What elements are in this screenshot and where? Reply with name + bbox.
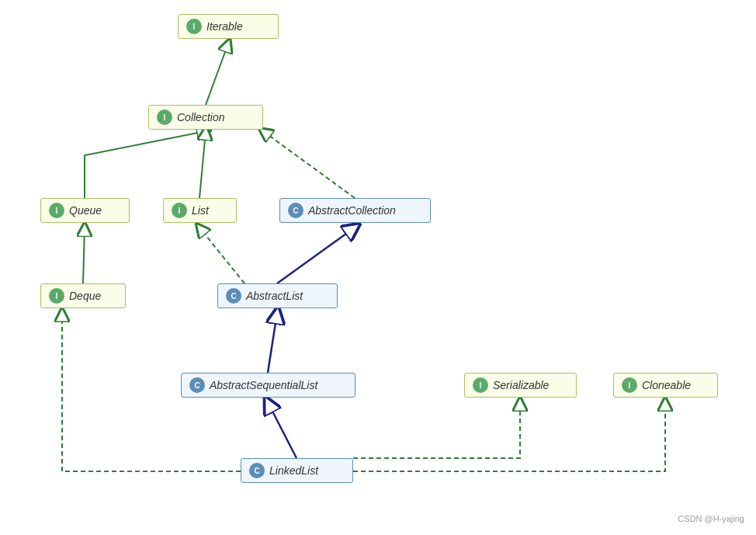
node-abstract-list: C AbstractList bbox=[217, 283, 338, 308]
badge-serializable: I bbox=[473, 377, 488, 393]
node-collection: I Collection bbox=[148, 105, 263, 130]
node-serializable: I Serializable bbox=[464, 373, 577, 398]
badge-queue: I bbox=[49, 203, 64, 218]
watermark: CSDN @H-yajing bbox=[678, 514, 744, 523]
badge-list: I bbox=[172, 203, 187, 218]
label-deque: Deque bbox=[69, 290, 101, 302]
label-list: List bbox=[192, 204, 209, 217]
svg-line-9 bbox=[268, 313, 277, 373]
node-iterable: I Iterable bbox=[178, 14, 279, 39]
node-abstract-sequential-list: C AbstractSequentialList bbox=[181, 373, 355, 398]
label-iterable: Iterable bbox=[206, 20, 243, 33]
badge-collection: I bbox=[157, 109, 172, 125]
node-queue: I Queue bbox=[40, 198, 130, 223]
badge-abstract-collection: C bbox=[288, 203, 303, 218]
label-serializable: Serializable bbox=[493, 379, 549, 391]
badge-deque: I bbox=[49, 288, 64, 304]
badge-iterable: I bbox=[186, 19, 202, 34]
label-cloneable: Cloneable bbox=[642, 379, 691, 391]
svg-line-8 bbox=[199, 228, 244, 283]
badge-cloneable: I bbox=[622, 377, 637, 393]
node-list: I List bbox=[163, 198, 237, 223]
svg-line-7 bbox=[277, 228, 355, 283]
svg-line-4 bbox=[199, 131, 206, 198]
label-linked-list: LinkedList bbox=[269, 464, 318, 477]
label-queue: Queue bbox=[69, 204, 102, 217]
label-abstract-list: AbstractList bbox=[246, 290, 303, 302]
diagram-container: I Iterable I Collection I Queue I List C… bbox=[0, 0, 756, 535]
label-abstract-sequential-list: AbstractSequentialList bbox=[210, 379, 317, 391]
node-cloneable: I Cloneable bbox=[613, 373, 718, 398]
svg-line-5 bbox=[263, 131, 355, 198]
svg-line-10 bbox=[268, 402, 297, 458]
node-deque: I Deque bbox=[40, 283, 126, 308]
label-abstract-collection: AbstractCollection bbox=[308, 204, 396, 217]
svg-line-6 bbox=[83, 228, 85, 283]
badge-abstract-list: C bbox=[226, 288, 241, 304]
badge-abstract-sequential-list: C bbox=[189, 377, 205, 393]
arrows-svg bbox=[0, 0, 756, 535]
badge-linked-list: C bbox=[249, 463, 265, 478]
node-abstract-collection: C AbstractCollection bbox=[279, 198, 431, 223]
svg-line-3 bbox=[206, 43, 228, 105]
label-collection: Collection bbox=[177, 111, 224, 123]
node-linked-list: C LinkedList bbox=[241, 458, 353, 483]
